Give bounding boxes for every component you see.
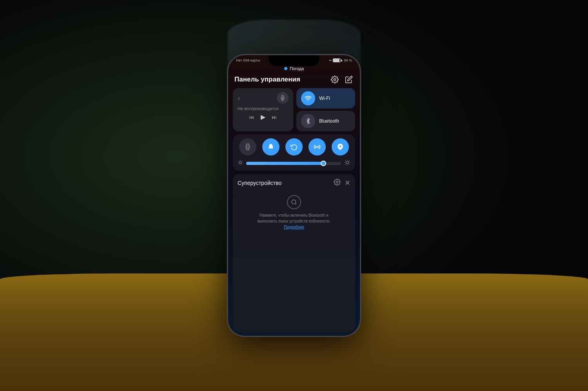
next-track-icon[interactable]: ⏭: [272, 114, 277, 120]
signal-icon: ▪▪: [329, 58, 331, 62]
quick-toggles-panel: [233, 134, 355, 171]
svg-line-20: [349, 161, 349, 161]
control-center: Погода Панель управления: [228, 64, 360, 336]
svg-point-0: [334, 79, 336, 81]
location-toggle[interactable]: [332, 138, 349, 156]
mic-button[interactable]: [277, 92, 289, 104]
svg-line-6: [238, 161, 239, 161]
bluetooth-button[interactable]: [301, 114, 315, 128]
wifi-toggle[interactable]: Wi-Fi: [296, 88, 355, 109]
weather-pill[interactable]: Погода: [233, 66, 355, 71]
super-device-actions: ✕: [334, 179, 350, 187]
bluetooth-search-area[interactable]: Нажмите, чтобы включить Bluetooth и выпо…: [238, 192, 350, 233]
panel-title: Панель управления: [234, 76, 300, 83]
wifi-label: Wi-Fi: [319, 96, 330, 101]
play-button[interactable]: ▶: [261, 113, 265, 121]
edit-icon[interactable]: [344, 75, 354, 84]
svg-point-21: [336, 181, 338, 183]
sim-status: Нет SIM-карты: [236, 58, 260, 62]
notch: [269, 55, 319, 66]
phone-frame: Нет SIM-карты ▪▪ 86 % Погода Панель упра…: [227, 54, 361, 337]
svg-point-12: [346, 161, 349, 164]
search-icon: [287, 195, 301, 209]
brightness-high-icon: [344, 159, 350, 167]
rotation-toggle[interactable]: [285, 138, 303, 156]
super-device-settings-icon[interactable]: [334, 179, 341, 187]
music-controls: ⏮ ▶ ⏭: [238, 113, 289, 121]
brightness-fill: [246, 162, 324, 165]
svg-line-11: [242, 161, 242, 161]
svg-point-22: [292, 200, 296, 204]
super-device-header: Суперустройство ✕: [238, 179, 350, 187]
not-playing-text: Не воспроизводится: [238, 106, 289, 111]
music-top: ♪: [238, 92, 289, 104]
svg-line-16: [349, 164, 349, 165]
svg-line-19: [345, 164, 346, 165]
brightness-slider[interactable]: [246, 162, 341, 165]
hotspot-toggle[interactable]: [309, 138, 326, 156]
super-device-close-button[interactable]: ✕: [345, 179, 350, 187]
svg-line-10: [238, 164, 239, 165]
wifi-button[interactable]: [301, 91, 315, 105]
svg-line-23: [295, 203, 296, 205]
super-device-title: Суперустройство: [238, 180, 281, 186]
battery-indicator: [333, 58, 342, 62]
widgets-row: ♪ Не воспроизводится ⏮ ▶ ⏭: [233, 88, 355, 131]
music-note-icon: ♪: [238, 95, 240, 101]
bluetooth-toggle[interactable]: Bluetooth: [296, 111, 355, 131]
power-button[interactable]: [227, 110, 228, 130]
svg-line-7: [242, 164, 242, 165]
bluetooth-label: Bluetooth: [319, 118, 339, 124]
torch-toggle[interactable]: [239, 138, 256, 156]
bluetooth-search-text: Нажмите, чтобы включить Bluetooth и выпо…: [251, 212, 337, 230]
learn-more-link[interactable]: Подробнее: [284, 225, 304, 229]
phone-screen: Нет SIM-карты ▪▪ 86 % Погода Панель упра…: [228, 55, 360, 336]
network-toggles: Wi-Fi Bluetooth: [296, 88, 355, 131]
status-right: ▪▪ 86 %: [329, 58, 352, 62]
svg-point-3: [239, 161, 241, 164]
weather-label: Погода: [290, 66, 304, 71]
panel-title-row: Панель управления: [233, 74, 355, 85]
brightness-low-icon: [238, 160, 243, 167]
settings-icon[interactable]: [330, 75, 339, 84]
svg-point-2: [339, 145, 341, 147]
bell-toggle[interactable]: [262, 138, 279, 156]
super-device-panel: Суперустройство ✕: [233, 174, 355, 332]
brightness-row: [236, 159, 352, 167]
svg-point-1: [317, 147, 318, 148]
weather-dot: [284, 67, 287, 70]
brightness-thumb[interactable]: [321, 161, 326, 166]
battery-percent: 86 %: [344, 58, 352, 62]
prev-track-icon[interactable]: ⏮: [249, 114, 254, 120]
volume-button[interactable]: [360, 106, 361, 118]
svg-line-15: [345, 161, 346, 161]
panel-icons: [330, 75, 354, 84]
music-widget[interactable]: ♪ Не воспроизводится ⏮ ▶ ⏭: [233, 88, 293, 131]
toggles-row: [236, 138, 352, 156]
